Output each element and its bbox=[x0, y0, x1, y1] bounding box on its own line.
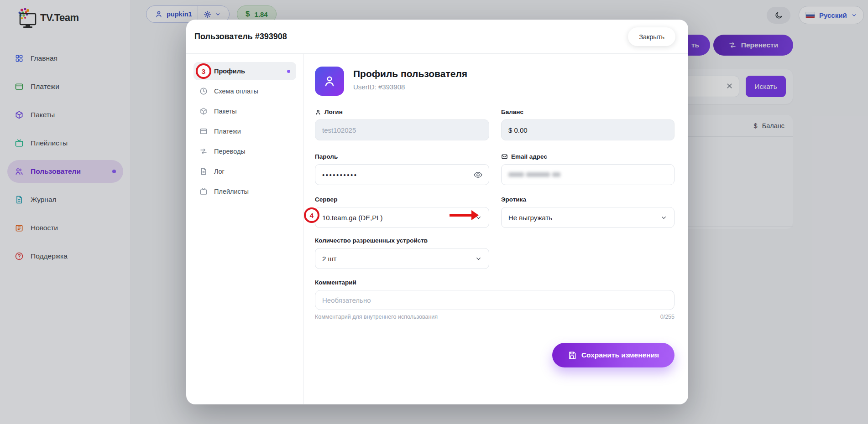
user-id: UserID: #393908 bbox=[353, 83, 467, 91]
annotation-arrow bbox=[450, 214, 472, 217]
close-button[interactable]: Закрыть bbox=[628, 27, 675, 46]
annotation-step-4-badge: 4 bbox=[304, 207, 319, 223]
annotation-arrow-head bbox=[471, 210, 479, 220]
clock-icon bbox=[199, 87, 208, 95]
modal-tab-payments[interactable]: Платежи bbox=[193, 122, 296, 140]
modal-tab-label: Пакеты bbox=[214, 108, 237, 115]
erotic-value: Не выгружать bbox=[508, 214, 552, 222]
user-edit-modal: Пользователь #393908 Закрыть Профиль Схе… bbox=[186, 20, 688, 404]
devices-select[interactable]: 2 шт bbox=[315, 248, 489, 269]
annotation-step-3-badge: 3 bbox=[196, 63, 211, 79]
modal-tab-payment-scheme[interactable]: Схема оплаты bbox=[193, 82, 296, 100]
balance-field[interactable]: $ 0.00 bbox=[501, 119, 675, 140]
server-select[interactable]: 10.team.ga (DE,PL) bbox=[315, 207, 489, 228]
profile-header: Профиль пользователя UserID: #393908 bbox=[315, 67, 467, 96]
profile-form: Профиль пользователя UserID: #393908 Лог… bbox=[304, 54, 688, 404]
save-button[interactable]: Сохранить изменения bbox=[552, 343, 675, 367]
modal-tab-playlists[interactable]: Плейлисты bbox=[193, 182, 296, 201]
save-button-label: Сохранить изменения bbox=[581, 351, 659, 359]
comment-meta: Комментарий для внутреннего использовани… bbox=[315, 314, 675, 320]
modal-tab-label: Схема оплаты bbox=[214, 88, 258, 95]
login-field[interactable]: test102025 bbox=[315, 119, 489, 140]
modal-menu: Профиль Схема оплаты Пакеты Платежи bbox=[186, 54, 304, 404]
password-value: •••••••••• bbox=[322, 171, 358, 179]
floppy-icon bbox=[568, 351, 576, 360]
modal-tab-label: Профиль bbox=[214, 67, 245, 75]
login-value: test102025 bbox=[322, 126, 356, 134]
modal-title: Пользователь #393908 bbox=[194, 32, 287, 41]
login-label: Логин bbox=[315, 109, 489, 115]
balance-value: $ 0.00 bbox=[508, 126, 528, 134]
balance-label: Баланс bbox=[501, 109, 675, 115]
chevron-down-icon bbox=[475, 255, 482, 262]
modal-tab-packages[interactable]: Пакеты bbox=[193, 102, 296, 120]
server-label: Сервер bbox=[315, 196, 489, 203]
devices-value: 2 шт bbox=[322, 255, 336, 263]
chevron-down-icon bbox=[660, 214, 667, 221]
server-value: 10.team.ga (DE,PL) bbox=[322, 214, 383, 222]
password-field[interactable]: •••••••••• bbox=[315, 164, 489, 185]
comment-field[interactable]: Необязательно bbox=[315, 290, 675, 310]
envelope-icon bbox=[501, 153, 508, 160]
modal-tab-label: Лог bbox=[214, 168, 225, 175]
transfer-icon bbox=[199, 147, 208, 155]
modal-tab-transfers[interactable]: Переводы bbox=[193, 142, 296, 160]
comment-label: Комментарий bbox=[315, 279, 675, 286]
password-label: Пароль bbox=[315, 153, 489, 160]
erotic-select[interactable]: Не выгружать bbox=[501, 207, 675, 228]
tv-icon bbox=[199, 187, 208, 196]
profile-heading: Профиль пользователя bbox=[353, 68, 467, 79]
email-redacted-blur bbox=[508, 172, 560, 177]
document-icon bbox=[199, 167, 208, 176]
modal-tab-log[interactable]: Лог bbox=[193, 162, 296, 181]
eye-icon[interactable] bbox=[473, 170, 483, 180]
comment-helper-text: Комментарий для внутреннего использовани… bbox=[315, 314, 438, 320]
email-label: Email адрес bbox=[501, 153, 675, 160]
user-icon bbox=[315, 109, 321, 115]
modal-header: Пользователь #393908 Закрыть bbox=[186, 20, 688, 54]
modal-tab-label: Плейлисты bbox=[214, 188, 249, 195]
close-button-label: Закрыть bbox=[639, 33, 664, 41]
modal-tab-label: Платежи bbox=[214, 128, 241, 135]
avatar bbox=[315, 67, 344, 96]
active-dot bbox=[287, 70, 290, 73]
devices-label: Количество разрешенных устройств bbox=[315, 237, 489, 244]
email-field[interactable] bbox=[501, 164, 675, 185]
comment-char-counter: 0/255 bbox=[660, 314, 675, 320]
card-icon bbox=[199, 127, 208, 135]
comment-placeholder: Необязательно bbox=[322, 296, 371, 304]
modal-tab-label: Переводы bbox=[214, 148, 246, 155]
package-icon bbox=[199, 107, 208, 115]
erotic-label: Эротика bbox=[501, 196, 675, 203]
